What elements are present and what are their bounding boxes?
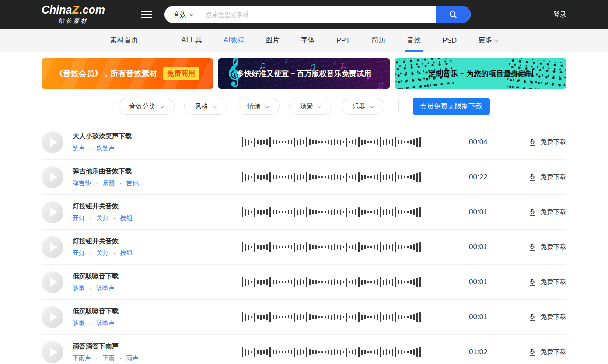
tag-link[interactable]: 按钮 (120, 214, 133, 222)
login-link[interactable]: 登录 (553, 10, 566, 19)
tag-link[interactable]: 咳嗽 (73, 319, 85, 327)
vip-unlimited-download-button[interactable]: 会员免费无限制下载 (413, 98, 490, 115)
waveform-bar (325, 211, 326, 213)
tag-link[interactable]: 下雨 (102, 354, 115, 362)
nav-item-resume[interactable]: 简历 (371, 29, 385, 52)
banner-custom-music[interactable]: 定制音乐 – 为您的项目量身定制 (395, 58, 566, 89)
filter-instrument-dropdown[interactable]: 乐器 (342, 98, 384, 115)
tag-link[interactable]: 乐器 (102, 179, 115, 187)
waveform-bar (340, 245, 341, 250)
sound-title[interactable]: 低沉咳嗽音下载 (73, 272, 242, 280)
waveform-bar (269, 242, 271, 252)
tag-list: 弹吉他·乐器·吉他 (73, 179, 242, 187)
tag-link[interactable]: 关灯 (96, 249, 108, 257)
filter-mood-dropdown[interactable]: 情绪 (237, 98, 280, 115)
free-download-link[interactable]: 免费下载 (528, 243, 566, 251)
tag-link[interactable]: 雨声 (126, 354, 139, 362)
tag-link[interactable]: 关灯 (96, 214, 108, 222)
nav-item-home[interactable]: 素材首页 (110, 29, 138, 52)
play-button[interactable] (42, 166, 63, 188)
nav-item-more[interactable]: 更多 (478, 29, 498, 52)
play-button[interactable] (42, 131, 63, 153)
waveform-bar (315, 280, 317, 284)
tag-separator: · (90, 145, 91, 151)
waveform-bar (407, 176, 409, 178)
tag-link[interactable]: 开灯 (73, 214, 85, 222)
free-download-link[interactable]: 免费下载 (528, 208, 566, 216)
play-icon (50, 207, 57, 217)
waveform-bar (273, 210, 274, 214)
filter-style-dropdown[interactable]: 风格 (184, 98, 227, 115)
waveform-bar (331, 140, 332, 145)
free-download-link[interactable]: 免费下载 (528, 173, 566, 181)
nav-item-ai-tools[interactable]: AI工具 (182, 29, 202, 52)
search-input[interactable] (199, 6, 436, 23)
sound-title[interactable]: 低沉咳嗽音下载 (73, 307, 242, 315)
waveform-bar (254, 243, 255, 252)
waveform-bar (282, 316, 283, 318)
tag-link[interactable]: 下雨声 (73, 354, 91, 362)
waveform-bar (303, 245, 304, 249)
nav-item-ai-tutorial[interactable]: AI教程 (224, 29, 244, 52)
tag-link[interactable]: 咳嗽 (73, 284, 85, 292)
waveform-bar (248, 245, 249, 250)
tag-link[interactable]: 弹吉他 (73, 179, 91, 187)
waveform-bar (410, 350, 412, 354)
free-download-link[interactable]: 免费下载 (528, 313, 566, 321)
tag-list: 开灯·关灯·按钮 (73, 249, 242, 257)
nav-item-ppt[interactable]: PPT (336, 29, 350, 52)
sound-title[interactable]: 大人小孩欢笑声下载 (73, 132, 242, 140)
waveform-bar (346, 138, 347, 147)
tag-list: 开灯·关灯·按钮 (73, 214, 242, 222)
waveform-bar (392, 139, 393, 146)
duration: 00:01 (469, 313, 489, 322)
play-button[interactable] (42, 341, 63, 363)
nav-item-sound-effects[interactable]: 音效 (407, 29, 421, 52)
banner-sound-vip[interactable]: 《音效会员》，所有音效素材 免费商用 (42, 58, 213, 89)
filter-category-dropdown[interactable]: 音效分类 (119, 98, 175, 115)
tag-link[interactable]: 咳嗽声 (96, 319, 115, 327)
waveform-bar (386, 209, 387, 215)
nav-item-images[interactable]: 图片 (266, 29, 280, 52)
waveform-bar (352, 280, 353, 284)
sound-title[interactable]: 弹吉他乐曲音效下载 (73, 167, 242, 175)
tag-link[interactable]: 欢笑声 (96, 144, 115, 152)
waveform-bar (401, 140, 402, 144)
nav-item-fonts[interactable]: 字体 (301, 29, 315, 52)
play-button[interactable] (42, 271, 63, 293)
waveform-bar (380, 172, 381, 182)
nav-item-psd[interactable]: PSD (442, 29, 457, 52)
waveform-bar (413, 209, 415, 215)
free-download-link[interactable]: 免费下载 (528, 348, 566, 356)
play-button[interactable] (42, 236, 63, 258)
tag-link[interactable]: 开灯 (73, 249, 85, 257)
waveform-bar (377, 279, 378, 285)
waveform-bar (377, 244, 378, 250)
site-logo[interactable]: ChinaZ.com 站长素材 (42, 4, 105, 25)
tag-link[interactable]: 咳嗽声 (96, 284, 115, 292)
waveform-bar (300, 209, 301, 215)
play-button[interactable] (42, 306, 63, 328)
menu-icon[interactable] (141, 9, 152, 20)
music-note-icon: ♪ (284, 58, 288, 66)
tag-link[interactable]: 吉他 (126, 179, 139, 187)
waveform-bar (318, 176, 320, 178)
free-download-link[interactable]: 免费下载 (528, 278, 566, 286)
waveform-bar (380, 207, 381, 217)
waveform-bar (279, 281, 280, 283)
free-download-link[interactable]: 免费下载 (528, 138, 566, 146)
play-button[interactable] (42, 201, 63, 223)
search-button[interactable] (436, 6, 471, 23)
tag-link[interactable]: 按钮 (120, 249, 133, 257)
banner-music-trial[interactable]: 𝄞 ♫ ♪ ♫ ♪ ♫ ♪ ♫ 多快好准又便宜 – 百万版权音乐免费试用 (218, 58, 390, 89)
waveform-bar (361, 280, 363, 285)
filter-scene-dropdown[interactable]: 场景 (289, 98, 332, 115)
promo-banners: 《音效会员》，所有音效素材 免费商用 𝄞 ♫ ♪ ♫ ♪ ♫ ♪ ♫ 多快好准又… (42, 58, 566, 89)
download-label: 免费下载 (540, 348, 566, 356)
sound-title[interactable]: 灯按钮开关音效 (73, 202, 242, 210)
search-category-dropdown[interactable]: 音效 (164, 10, 199, 19)
sound-title[interactable]: 灯按钮开关音效 (73, 237, 242, 245)
sound-title[interactable]: 滴答滴答下雨声 (73, 342, 242, 350)
tag-link[interactable]: 笑声 (73, 144, 85, 152)
logo-z-glyph: Z (72, 4, 79, 16)
